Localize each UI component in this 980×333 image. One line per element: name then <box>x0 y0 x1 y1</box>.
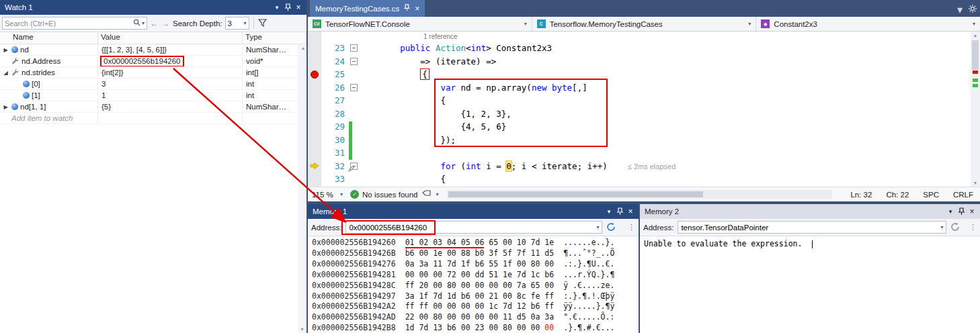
watch-row[interactable]: Add item to watch <box>0 113 298 124</box>
watch-row[interactable]: ◢nd.strides{int[2]}int[] <box>0 67 298 79</box>
expander-icon[interactable]: ▶ <box>2 47 9 53</box>
line-number: 23 <box>321 42 348 55</box>
fold-collapse-icon[interactable]: − <box>350 44 358 52</box>
tag-icon[interactable] <box>422 190 431 199</box>
fold-collapse-icon[interactable]: − <box>350 58 358 65</box>
address-label: Address: <box>643 224 673 232</box>
scrollbar-thumb[interactable] <box>448 191 702 197</box>
zoom-level: 115 % <box>312 191 333 199</box>
pin-icon[interactable] <box>956 206 967 217</box>
codelens[interactable]: 1 reference <box>308 32 971 42</box>
search-depth-combo[interactable]: 3 ▾ <box>225 17 249 30</box>
close-icon[interactable]: × <box>967 206 977 217</box>
editor-scrollbar[interactable]: ▲ ▼ <box>971 32 980 187</box>
chevron-down-icon[interactable]: ▾ <box>436 191 438 197</box>
search-input[interactable] <box>5 19 132 28</box>
scroll-down-icon[interactable]: ▼ <box>300 327 304 332</box>
expander-icon[interactable]: ▶ <box>2 104 9 110</box>
watch-value: {5} <box>101 103 111 111</box>
watch-row[interactable]: ▶nd[1, 1]{5}NumShar… <box>0 101 298 113</box>
issues-indicator[interactable]: ✓ No issues found <box>350 190 417 199</box>
tab-close-icon[interactable]: × <box>415 4 419 13</box>
breakpoint-icon[interactable] <box>311 70 319 79</box>
watch-row[interactable]: [0]3int <box>0 79 298 90</box>
current-statement-icon[interactable] <box>308 160 321 173</box>
close-icon[interactable]: × <box>293 2 304 13</box>
zoom-dropdown[interactable]: 115 % ▾ <box>309 189 345 201</box>
refresh-icon[interactable] <box>950 222 960 233</box>
search-icon[interactable] <box>133 19 140 28</box>
member-dropdown[interactable]: ◆ Constant2x3 ▾ <box>756 17 980 31</box>
code-line: 25 { <box>308 68 971 81</box>
code-editor[interactable]: 1 reference23− public Action<int> Consta… <box>308 32 971 187</box>
fold-collapse-icon[interactable]: − <box>350 84 358 91</box>
scroll-down-icon[interactable]: ▼ <box>971 181 980 185</box>
memory1-titlebar[interactable]: Memory 1 ▾ × <box>308 204 639 219</box>
document-tab[interactable]: MemoryTestingCases.cs × <box>310 0 425 17</box>
horizontal-scrollbar[interactable] <box>447 190 832 199</box>
memory2-titlebar[interactable]: Memory 2 ▾ × <box>640 204 980 219</box>
watch-type: NumShar… <box>243 101 298 112</box>
chevron-down-icon[interactable]: ▾ <box>596 224 599 230</box>
watch-search-box[interactable]: ▾ <box>2 17 147 30</box>
watch-name-label: [0] <box>32 80 40 88</box>
memory-row: 0x000002556B19428Cff 20 00 80 00 00 00 0… <box>312 281 639 291</box>
search-options-caret-icon[interactable]: ▾ <box>142 20 145 26</box>
tab-pin-icon[interactable] <box>404 4 410 13</box>
expander-icon[interactable]: ◢ <box>2 70 9 76</box>
chevron-down-icon[interactable]: ▾ <box>940 224 943 230</box>
class-dropdown[interactable]: C Tensorflow.MemoryTestingCases ▾ <box>532 17 757 31</box>
watch-type: NumShar… <box>243 44 298 55</box>
watch-row[interactable]: nd.Address0x000002556b194260void* <box>0 56 298 67</box>
line-number: 27 <box>321 94 348 107</box>
toolbar-overflow-icon[interactable]: ⋮ <box>969 223 977 232</box>
column-header-name[interactable]: Name <box>0 32 98 44</box>
filter-icon[interactable] <box>258 19 267 28</box>
column-header-value[interactable]: Value <box>98 32 243 44</box>
status-spaces[interactable]: SPC <box>923 191 939 199</box>
scroll-up-icon[interactable]: ▲ <box>971 33 980 38</box>
watch-row[interactable]: ▶nd{[[1, 2, 3], [4, 5, 6]]}NumShar… <box>0 44 298 56</box>
memory-row: 0x000002556B19428100 00 00 72 00 dd 51 1… <box>312 270 639 281</box>
window-menu-icon[interactable]: ▾ <box>604 206 614 217</box>
memory-address: 0x000002556B19428C <box>312 281 396 290</box>
column-header-type[interactable]: Type <box>243 32 307 44</box>
search-prev-icon[interactable]: ← <box>150 19 159 28</box>
address-input[interactable] <box>681 224 940 232</box>
scrollbar-thumb[interactable] <box>972 40 979 70</box>
memory-ascii: .}.¶.#.€... <box>563 323 614 332</box>
check-icon: ✓ <box>350 190 359 199</box>
watch-rows-host: ▶nd{[[1, 2, 3], [4, 5, 6]]}NumShar…nd.Ad… <box>0 44 298 333</box>
memory-address: 0x000002556B194260 <box>312 238 396 247</box>
address-combo[interactable]: ▾ <box>678 221 946 234</box>
window-menu-icon[interactable]: ▾ <box>272 2 282 13</box>
toolbar-overflow-icon[interactable]: ⋮ <box>628 223 635 232</box>
watch-value: {int[2]} <box>101 68 124 77</box>
memory1-toolbar: Address: ▾ ⋮ <box>308 219 639 236</box>
memory1-rows-host[interactable]: 0x000002556B19426001 02 03 04 05 06 65 0… <box>308 236 639 333</box>
method-icon: ◆ <box>761 19 770 28</box>
memory2-message-area[interactable]: Unable to evaluate the expression. <box>640 236 980 333</box>
pin-icon[interactable] <box>614 206 625 217</box>
document-list-icon[interactable]: ▾ <box>957 3 963 16</box>
gear-icon[interactable] <box>969 3 977 16</box>
watch-scrollbar[interactable]: ▲ ▼ <box>298 44 307 333</box>
watch-titlebar[interactable]: Watch 1 ▾ × <box>0 0 307 15</box>
memory-row: 0x000002556B1942B81d 7d 13 b6 00 23 00 8… <box>312 323 639 333</box>
address-combo[interactable]: ▾ <box>345 221 602 234</box>
pin-icon[interactable] <box>282 2 293 13</box>
project-dropdown[interactable]: C# TensorFlowNET.Console ▾ <box>308 17 532 31</box>
refresh-icon[interactable] <box>606 222 616 233</box>
window-menu-icon[interactable]: ▾ <box>945 206 956 217</box>
watch-row[interactable]: [1]1int <box>0 90 298 101</box>
code-line: 26− var nd = np.array(new byte[,] <box>308 81 971 95</box>
watch-type: int <box>243 79 298 89</box>
address-input[interactable] <box>349 224 596 232</box>
scroll-up-icon[interactable]: ▲ <box>300 46 307 50</box>
line-number: 26 <box>321 81 348 95</box>
search-next-icon[interactable]: → <box>161 19 170 28</box>
watch-value: 1 <box>101 91 106 99</box>
close-icon[interactable]: × <box>625 206 636 217</box>
change-mark <box>973 79 978 82</box>
status-eol[interactable]: CRLF <box>953 191 973 199</box>
